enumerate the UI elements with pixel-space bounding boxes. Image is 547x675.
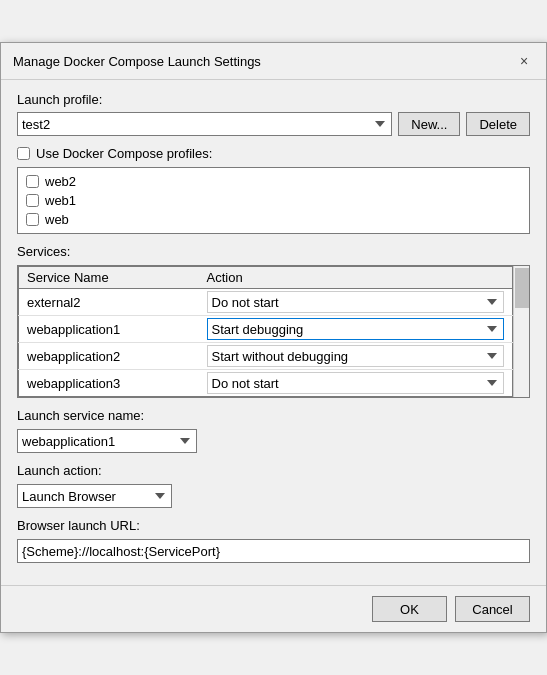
table-row: webapplication2 Do not start Start debug…	[19, 343, 513, 370]
launch-action-select[interactable]: Launch Browser Launch executable Do not …	[17, 484, 172, 508]
profile-web-checkbox[interactable]	[26, 213, 39, 226]
profile-web1-checkbox[interactable]	[26, 194, 39, 207]
profile-web2-checkbox[interactable]	[26, 175, 39, 188]
table-row: webapplication1 Do not start Start debug…	[19, 316, 513, 343]
close-button[interactable]: ×	[514, 51, 534, 71]
service-name-cell: webapplication1	[19, 316, 199, 343]
browser-url-input[interactable]: {Scheme}://localhost:{ServicePort}	[17, 539, 530, 563]
service-name-cell: webapplication3	[19, 370, 199, 397]
action-cell: Do not start Start debugging Start witho…	[199, 316, 513, 343]
profile-web-label: web	[45, 212, 69, 227]
dialog-title: Manage Docker Compose Launch Settings	[13, 54, 261, 69]
dialog: Manage Docker Compose Launch Settings × …	[0, 42, 547, 633]
profile-item: web1	[26, 191, 521, 210]
launch-action-label: Launch action:	[17, 463, 530, 478]
action-cell: Do not start Start debugging Start witho…	[199, 289, 513, 316]
profiles-box: web2 web1 web	[17, 167, 530, 234]
scrollbar[interactable]	[513, 266, 529, 397]
col-service-name: Service Name	[19, 267, 199, 289]
col-action: Action	[199, 267, 513, 289]
delete-button[interactable]: Delete	[466, 112, 530, 136]
action-select-webapplication3[interactable]: Do not start Start debugging Start witho…	[207, 372, 505, 394]
service-name-cell: external2	[19, 289, 199, 316]
title-bar: Manage Docker Compose Launch Settings ×	[1, 43, 546, 80]
launch-profile-select[interactable]: test2	[17, 112, 392, 136]
table-row: webapplication3 Do not start Start debug…	[19, 370, 513, 397]
action-select-webapplication1[interactable]: Do not start Start debugging Start witho…	[207, 318, 505, 340]
services-label: Services:	[17, 244, 530, 259]
use-docker-profiles-checkbox[interactable]	[17, 147, 30, 160]
use-docker-profiles-label: Use Docker Compose profiles:	[36, 146, 212, 161]
action-cell: Do not start Start debugging Start witho…	[199, 370, 513, 397]
services-table: Service Name Action external2 Do not sta…	[18, 266, 513, 397]
cancel-button[interactable]: Cancel	[455, 596, 530, 622]
launch-service-label: Launch service name:	[17, 408, 530, 423]
table-row: external2 Do not start Start debugging S…	[19, 289, 513, 316]
browser-url-label: Browser launch URL:	[17, 518, 530, 533]
profile-item: web	[26, 210, 521, 229]
ok-button[interactable]: OK	[372, 596, 447, 622]
profile-web1-label: web1	[45, 193, 76, 208]
action-select-external2[interactable]: Do not start Start debugging Start witho…	[207, 291, 505, 313]
launch-profile-label: Launch profile:	[17, 92, 530, 107]
action-select-webapplication2[interactable]: Do not start Start debugging Start witho…	[207, 345, 505, 367]
service-name-cell: webapplication2	[19, 343, 199, 370]
action-cell: Do not start Start debugging Start witho…	[199, 343, 513, 370]
new-button[interactable]: New...	[398, 112, 460, 136]
scrollbar-thumb	[515, 268, 529, 308]
profile-item: web2	[26, 172, 521, 191]
launch-service-select[interactable]: webapplication1	[17, 429, 197, 453]
dialog-footer: OK Cancel	[1, 585, 546, 632]
profile-web2-label: web2	[45, 174, 76, 189]
services-section: Services: Service Name Action external2	[17, 244, 530, 398]
